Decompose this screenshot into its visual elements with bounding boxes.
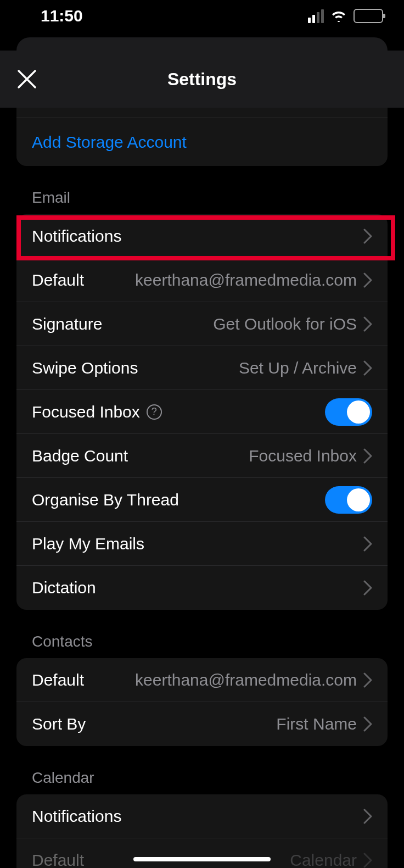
- email-badge-value: Focused Inbox: [249, 447, 357, 465]
- chevron-right-icon: [363, 229, 372, 244]
- email-notifications-row[interactable]: Notifications: [16, 214, 388, 258]
- contacts-card: Default keerthana@framedmedia.com Sort B…: [16, 658, 388, 746]
- home-indicator[interactable]: [133, 857, 271, 861]
- add-storage-account-button[interactable]: Add Storage Account: [16, 118, 388, 166]
- cell-signal-icon: [308, 9, 324, 23]
- email-swipe-label: Swipe Options: [32, 359, 138, 377]
- email-default-label: Default: [32, 271, 84, 290]
- calendar-notifications-label: Notifications: [32, 807, 121, 826]
- focused-inbox-toggle[interactable]: [325, 398, 372, 426]
- email-default-row[interactable]: Default keerthana@framedmedia.com: [16, 258, 388, 302]
- email-play-row[interactable]: Play My Emails: [16, 522, 388, 566]
- email-organise-row: Organise By Thread: [16, 478, 388, 522]
- email-focused-inbox-row: Focused Inbox ?: [16, 390, 388, 434]
- chevron-right-icon: [363, 272, 372, 288]
- chevron-right-icon: [363, 716, 372, 732]
- status-time: 11:50: [41, 7, 83, 25]
- section-header-calendar: Calendar: [0, 746, 404, 794]
- close-icon: [16, 69, 37, 90]
- email-badge-row[interactable]: Badge Count Focused Inbox: [16, 434, 388, 478]
- chevron-right-icon: [363, 580, 372, 596]
- email-default-value: keerthana@framedmedia.com: [135, 271, 357, 290]
- contacts-default-value: keerthana@framedmedia.com: [135, 671, 357, 689]
- battery-icon: [354, 9, 383, 23]
- modal-backdrop-top: [16, 37, 388, 51]
- contacts-default-row[interactable]: Default keerthana@framedmedia.com: [16, 658, 388, 702]
- calendar-default-row[interactable]: Default Calendar: [16, 838, 388, 868]
- chevron-right-icon: [363, 448, 372, 464]
- organise-by-thread-toggle[interactable]: [325, 486, 372, 514]
- chevron-right-icon: [363, 853, 372, 868]
- email-play-label: Play My Emails: [32, 535, 144, 553]
- email-notifications-label: Notifications: [32, 227, 121, 246]
- email-card: Notifications Default keerthana@framedme…: [16, 214, 388, 610]
- chevron-right-icon: [363, 536, 372, 552]
- contacts-sort-label: Sort By: [32, 715, 86, 733]
- page-title: Settings: [167, 69, 237, 90]
- email-swipe-row[interactable]: Swipe Options Set Up / Archive: [16, 346, 388, 390]
- help-icon[interactable]: ?: [147, 404, 162, 420]
- contacts-sort-value: First Name: [276, 715, 357, 733]
- email-signature-value: Get Outlook for iOS: [213, 315, 357, 333]
- accounts-card: Add Storage Account: [16, 108, 388, 166]
- email-swipe-value: Set Up / Archive: [239, 359, 357, 377]
- calendar-notifications-row[interactable]: Notifications: [16, 794, 388, 838]
- status-right: [308, 9, 383, 23]
- chevron-right-icon: [363, 316, 372, 332]
- calendar-default-value: Calendar: [290, 851, 357, 868]
- chevron-right-icon: [363, 672, 372, 688]
- settings-header: Settings: [0, 51, 404, 108]
- email-dictation-label: Dictation: [32, 578, 96, 597]
- chevron-right-icon: [363, 360, 372, 376]
- contacts-sort-row[interactable]: Sort By First Name: [16, 702, 388, 746]
- calendar-default-label: Default: [32, 851, 84, 868]
- wifi-icon: [330, 10, 347, 22]
- email-organise-label: Organise By Thread: [32, 491, 179, 509]
- add-storage-account-label: Add Storage Account: [32, 133, 187, 152]
- section-header-contacts: Contacts: [0, 610, 404, 658]
- email-dictation-row[interactable]: Dictation: [16, 566, 388, 610]
- email-signature-row[interactable]: Signature Get Outlook for iOS: [16, 302, 388, 346]
- close-button[interactable]: [16, 69, 37, 90]
- section-header-email: Email: [0, 166, 404, 214]
- email-focused-inbox-label: Focused Inbox: [32, 403, 140, 421]
- contacts-default-label: Default: [32, 671, 84, 689]
- status-bar: 11:50: [0, 0, 404, 32]
- email-badge-label: Badge Count: [32, 447, 128, 465]
- chevron-right-icon: [363, 809, 372, 824]
- email-signature-label: Signature: [32, 315, 102, 333]
